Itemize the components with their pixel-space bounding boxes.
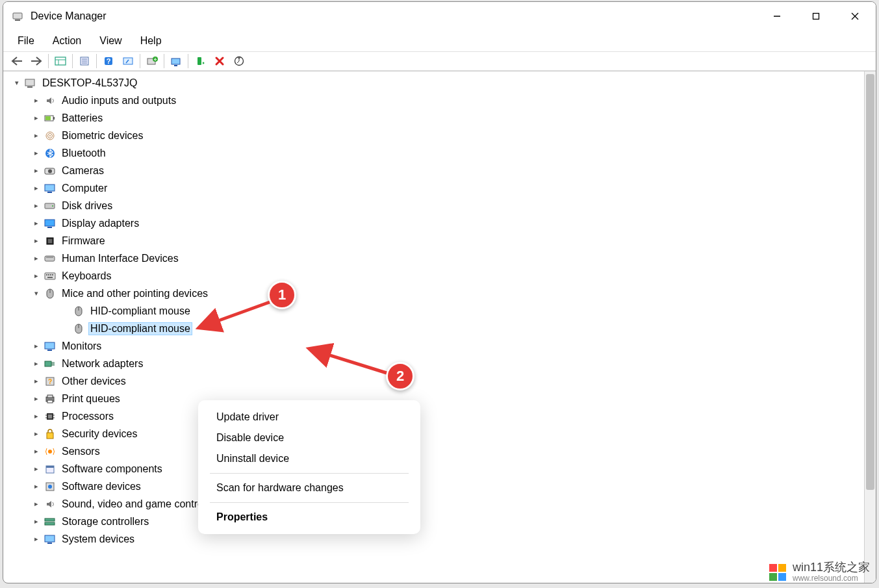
tree-node-label: System devices bbox=[62, 533, 134, 545]
monitor-icon bbox=[44, 340, 57, 353]
toolbar-separator bbox=[96, 54, 97, 68]
tree-node-label: Processors bbox=[62, 411, 114, 422]
network-icon bbox=[44, 357, 57, 370]
firmware-icon bbox=[44, 235, 57, 248]
tree-node[interactable]: ▸Storage controllers bbox=[3, 513, 864, 530]
update-driver-button[interactable] bbox=[142, 53, 162, 70]
chevron-right-icon[interactable]: ▸ bbox=[32, 429, 41, 439]
tree-node[interactable]: ▸Sound, video and game controllers bbox=[3, 495, 864, 513]
tree-node[interactable]: ▸Software devices bbox=[3, 478, 864, 495]
chevron-right-icon[interactable]: ▸ bbox=[32, 201, 41, 211]
chevron-right-icon[interactable]: ▸ bbox=[32, 535, 41, 544]
scan-hardware-button[interactable] bbox=[229, 53, 249, 70]
tree-node[interactable]: ▸Monitors bbox=[3, 337, 864, 355]
camera-icon bbox=[44, 164, 57, 177]
tree-node[interactable]: ▸Network adapters bbox=[3, 355, 864, 372]
tree-node[interactable]: ▸Cameras bbox=[3, 162, 864, 179]
tree-node[interactable]: ▸Display adapters bbox=[3, 214, 864, 232]
tree-node[interactable]: ▸Print queues bbox=[3, 390, 864, 407]
tree-root[interactable]: ▾ DESKTOP-4L537JQ bbox=[3, 74, 864, 92]
context-uninstall-device[interactable]: Uninstall device bbox=[198, 448, 420, 469]
system-icon bbox=[44, 533, 57, 546]
chevron-right-icon[interactable]: ▸ bbox=[32, 96, 41, 105]
chevron-right-icon[interactable]: ▸ bbox=[32, 149, 41, 158]
forward-button[interactable] bbox=[27, 53, 46, 70]
tree-node[interactable]: ▸Bluetooth bbox=[3, 144, 864, 162]
back-button[interactable] bbox=[7, 53, 27, 70]
menu-help[interactable]: Help bbox=[131, 34, 171, 48]
chevron-right-icon[interactable]: ▸ bbox=[32, 254, 41, 263]
chevron-right-icon[interactable]: ▸ bbox=[32, 342, 41, 351]
minimize-button[interactable] bbox=[758, 2, 796, 31]
tree-child[interactable]: HID-compliant mouse bbox=[3, 302, 864, 320]
chevron-right-icon[interactable]: ▸ bbox=[32, 447, 41, 456]
chevron-right-icon[interactable]: ▸ bbox=[32, 166, 41, 175]
context-scan-hardware[interactable]: Scan for hardware changes bbox=[198, 478, 420, 498]
maximize-button[interactable] bbox=[796, 2, 835, 31]
tree-node[interactable]: ▸Keyboards bbox=[3, 267, 864, 285]
uninstall-device-button[interactable] bbox=[210, 53, 229, 70]
device-manager-window: Device Manager File Action View Help ? bbox=[3, 1, 876, 583]
chevron-down-icon[interactable]: ▾ bbox=[12, 79, 21, 88]
chevron-right-icon[interactable]: ▸ bbox=[32, 272, 41, 281]
tree-node[interactable]: ▸Human Interface Devices bbox=[3, 249, 864, 267]
titlebar: Device Manager bbox=[3, 2, 876, 31]
tree-node-expanded[interactable]: ▾Mice and other pointing devices bbox=[3, 285, 864, 302]
chevron-right-icon[interactable]: ▸ bbox=[32, 412, 41, 421]
scan-button[interactable] bbox=[118, 53, 138, 70]
window-title: Device Manager bbox=[31, 10, 758, 22]
tree-node[interactable]: ▸?Other devices bbox=[3, 372, 864, 390]
context-update-driver[interactable]: Update driver bbox=[198, 407, 420, 428]
tree-node[interactable]: ▸Batteries bbox=[3, 109, 864, 127]
close-button[interactable] bbox=[835, 2, 874, 31]
chevron-right-icon[interactable]: ▸ bbox=[32, 219, 41, 228]
tree-node[interactable]: ▸Audio inputs and outputs bbox=[3, 92, 864, 109]
device-tree[interactable]: ▾ DESKTOP-4L537JQ ▸Audio inputs and outp… bbox=[3, 71, 864, 583]
chevron-right-icon[interactable]: ▸ bbox=[32, 184, 41, 193]
toolbar-separator bbox=[48, 54, 49, 68]
tree-node-label: Monitors bbox=[62, 340, 101, 352]
chevron-right-icon[interactable]: ▸ bbox=[32, 500, 41, 509]
tree-node[interactable]: ▸System devices bbox=[3, 530, 864, 548]
chevron-right-icon[interactable]: ▸ bbox=[32, 517, 41, 526]
hid-icon bbox=[44, 252, 57, 265]
menu-view[interactable]: View bbox=[90, 34, 131, 48]
chevron-right-icon[interactable]: ▸ bbox=[32, 131, 41, 140]
toolbar-separator bbox=[164, 54, 164, 68]
help-button[interactable]: ? bbox=[99, 53, 118, 70]
menu-action[interactable]: Action bbox=[44, 34, 90, 48]
tree-node[interactable]: ▸Sensors bbox=[3, 442, 864, 460]
properties-button[interactable] bbox=[75, 53, 94, 70]
tree-child-selected[interactable]: HID-compliant mouse bbox=[3, 320, 864, 337]
vertical-scrollbar[interactable] bbox=[864, 71, 876, 583]
tree-node[interactable]: ▸Software components bbox=[3, 460, 864, 478]
sound-icon bbox=[44, 498, 57, 511]
tree-node[interactable]: ▸Processors bbox=[3, 407, 864, 425]
tree-node[interactable]: ▸Computer bbox=[3, 179, 864, 197]
chevron-right-icon[interactable]: ▸ bbox=[32, 236, 41, 246]
svg-rect-0 bbox=[13, 13, 22, 19]
svg-line-80 bbox=[312, 350, 387, 373]
scrollbar-thumb[interactable] bbox=[866, 74, 874, 490]
disable-device-button[interactable] bbox=[166, 53, 186, 70]
toolbar-separator bbox=[72, 54, 73, 68]
svg-point-74 bbox=[48, 485, 52, 489]
chevron-right-icon[interactable]: ▸ bbox=[32, 465, 41, 474]
chevron-right-icon[interactable]: ▸ bbox=[32, 114, 41, 123]
context-properties[interactable]: Properties bbox=[198, 507, 420, 528]
context-disable-device[interactable]: Disable device bbox=[198, 428, 420, 448]
chevron-right-icon[interactable]: ▸ bbox=[32, 394, 41, 403]
toolbar: ? bbox=[3, 51, 876, 71]
chevron-right-icon[interactable]: ▸ bbox=[32, 377, 41, 386]
tree-node[interactable]: ▸Biometric devices bbox=[3, 127, 864, 144]
tree-node[interactable]: ▸Firmware bbox=[3, 232, 864, 249]
tree-node[interactable]: ▸Disk drives bbox=[3, 197, 864, 214]
menu-file[interactable]: File bbox=[8, 34, 44, 48]
chevron-right-icon[interactable]: ▸ bbox=[32, 482, 41, 491]
tree-node-label: Software components bbox=[62, 463, 162, 475]
chevron-down-icon[interactable]: ▾ bbox=[32, 289, 41, 298]
tree-node[interactable]: ▸Security devices bbox=[3, 425, 864, 442]
chevron-right-icon[interactable]: ▸ bbox=[32, 359, 41, 368]
enable-device-button[interactable] bbox=[190, 53, 210, 70]
show-hide-console-button[interactable] bbox=[51, 53, 70, 70]
